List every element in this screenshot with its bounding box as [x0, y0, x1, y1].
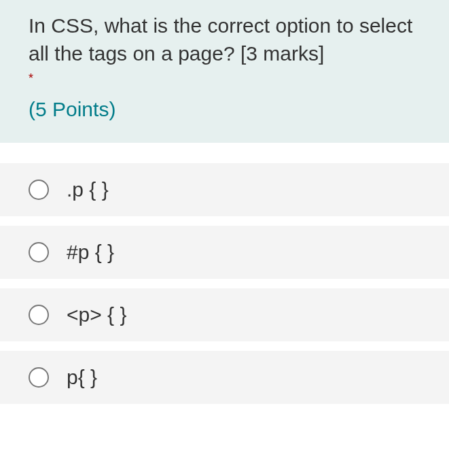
option-row[interactable]: .p { }: [0, 163, 449, 216]
radio-icon[interactable]: [29, 367, 49, 388]
option-row[interactable]: #p { }: [0, 226, 449, 279]
radio-icon[interactable]: [29, 180, 49, 200]
options-list: .p { } #p { } <p> { } p{ }: [0, 143, 449, 404]
option-row[interactable]: <p> { }: [0, 288, 449, 341]
question-header: In CSS, what is the correct option to se…: [0, 0, 449, 143]
bottom-spacer: [0, 404, 449, 445]
radio-icon[interactable]: [29, 242, 49, 262]
option-label: p{ }: [67, 366, 97, 389]
question-text: In CSS, what is the correct option to se…: [29, 12, 420, 67]
option-row[interactable]: p{ }: [0, 351, 449, 404]
option-label: .p { }: [67, 178, 109, 201]
points-label: (5 Points): [29, 98, 420, 121]
radio-icon[interactable]: [29, 305, 49, 325]
option-label: <p> { }: [67, 303, 126, 326]
required-indicator: *: [29, 71, 420, 86]
option-label: #p { }: [67, 241, 114, 264]
